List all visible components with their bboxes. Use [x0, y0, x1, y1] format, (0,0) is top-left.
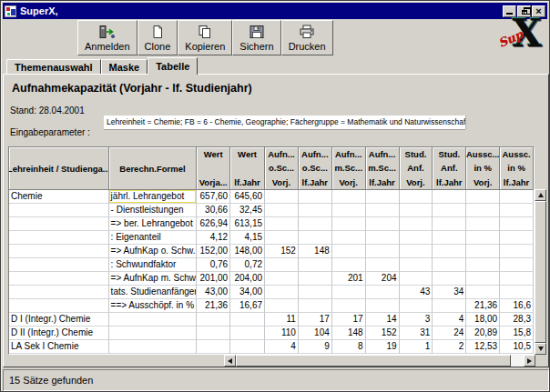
column-header[interactable]: Lehreinheit / Studienga...	[9, 147, 109, 190]
table-cell[interactable]	[9, 258, 109, 272]
table-cell[interactable]	[466, 190, 500, 204]
table-cell[interactable]: jährl. Lehrangebot	[109, 190, 198, 204]
table-cell[interactable]: LA Sek I Chemie	[9, 340, 109, 354]
table-cell[interactable]: 201	[332, 272, 366, 286]
table-cell[interactable]	[332, 217, 366, 231]
table-cell[interactable]	[433, 258, 466, 272]
table-cell[interactable]	[299, 286, 332, 299]
column-header[interactable]: Berechn.Formel	[109, 147, 198, 190]
table-cell[interactable]	[9, 245, 109, 258]
column-header[interactable]: Aufn...o.Sc...Vorj.	[265, 147, 299, 190]
table-cell[interactable]	[366, 231, 400, 245]
table-cell[interactable]	[500, 258, 534, 272]
table-cell[interactable]	[230, 313, 265, 327]
table-cell[interactable]: 19	[366, 340, 400, 354]
column-header[interactable]: Aussc.in %lf.Jahr	[500, 147, 534, 190]
table-cell[interactable]	[366, 245, 400, 258]
table-cell[interactable]	[109, 327, 198, 340]
table-cell[interactable]: D I (Integr.) Chemie	[9, 313, 109, 327]
table-cell[interactable]	[332, 258, 366, 272]
table-cell[interactable]: 645,60	[230, 190, 265, 204]
column-header[interactable]: Stud.Anf.Vorj.	[400, 147, 433, 190]
tab-tabelle[interactable]: Tabelle	[148, 57, 198, 75]
column-header[interactable]: Stud.Anf.lf.Jahr	[433, 147, 466, 190]
table-cell[interactable]	[299, 258, 332, 272]
column-header[interactable]: Aufn...m.Sc...Vorj.	[332, 147, 366, 190]
table-cell[interactable]	[433, 272, 466, 286]
table-cell[interactable]: 4,12	[197, 231, 230, 245]
table-cell[interactable]	[433, 204, 466, 217]
table-cell[interactable]	[299, 272, 332, 286]
vertical-scrollbar[interactable]	[535, 189, 546, 355]
column-header[interactable]: Wert lf.Jahr	[230, 147, 265, 190]
table-cell[interactable]	[265, 204, 299, 217]
table-cell[interactable]	[400, 258, 433, 272]
table-cell[interactable]	[466, 204, 500, 217]
table-cell[interactable]	[197, 313, 230, 327]
column-header[interactable]: Aufn...m.Sc...lf.Jahr	[366, 147, 400, 190]
column-header[interactable]: Wert Vorja...	[197, 147, 230, 190]
table-cell[interactable]	[265, 258, 299, 272]
table-cell[interactable]: 152,00	[197, 245, 230, 258]
table-cell[interactable]	[500, 204, 534, 217]
table-cell[interactable]	[230, 340, 265, 354]
table-cell[interactable]: 204,00	[230, 272, 265, 286]
table-cell[interactable]	[265, 217, 299, 231]
table-cell[interactable]: 148,00	[230, 245, 265, 258]
table-cell[interactable]: Chemie	[9, 190, 109, 204]
table-cell[interactable]: 28,3	[500, 313, 534, 327]
table-cell[interactable]	[332, 245, 366, 258]
table-cell[interactable]	[265, 272, 299, 286]
table-cell[interactable]	[9, 204, 109, 217]
table-cell[interactable]: 14	[366, 313, 400, 327]
table-cell[interactable]	[299, 204, 332, 217]
table-cell[interactable]	[332, 231, 366, 245]
table-cell[interactable]	[197, 340, 230, 354]
table-cell[interactable]	[265, 231, 299, 245]
table-cell[interactable]	[197, 327, 230, 340]
table-cell[interactable]: 152	[265, 245, 299, 258]
table-cell[interactable]	[400, 299, 433, 313]
table-cell[interactable]: D II (Integr.) Chemie	[9, 327, 109, 340]
table-cell[interactable]: 8	[332, 340, 366, 354]
table-cell[interactable]: 4	[265, 340, 299, 354]
table-cell[interactable]: 9	[299, 340, 332, 354]
table-cell[interactable]: 148	[299, 245, 332, 258]
table-cell[interactable]	[433, 245, 466, 258]
table-cell[interactable]	[466, 245, 500, 258]
table-cell[interactable]	[433, 190, 466, 204]
table-cell[interactable]	[332, 286, 366, 299]
table-cell[interactable]	[299, 217, 332, 231]
table-cell[interactable]	[299, 231, 332, 245]
table-cell[interactable]: - Dienstleistungen	[109, 204, 198, 217]
table-cell[interactable]: => AufnKap m. Schw.	[109, 272, 198, 286]
table-cell[interactable]	[366, 258, 400, 272]
table-cell[interactable]	[332, 204, 366, 217]
table-cell[interactable]	[400, 190, 433, 204]
table-cell[interactable]	[400, 245, 433, 258]
table-cell[interactable]	[109, 340, 198, 354]
table-cell[interactable]: : Eigenanteil	[109, 231, 198, 245]
table-cell[interactable]	[332, 190, 366, 204]
tab-themenauswahl[interactable]: Themenauswahl	[6, 59, 101, 74]
table-cell[interactable]	[265, 190, 299, 204]
table-cell[interactable]	[366, 299, 400, 313]
table-cell[interactable]: 12,53	[466, 340, 500, 354]
table-cell[interactable]	[500, 272, 534, 286]
sichern-button[interactable]: Sichern	[232, 20, 280, 55]
scroll-right-button[interactable]	[524, 355, 535, 367]
scroll-up-button[interactable]	[535, 189, 546, 201]
table-cell[interactable]	[265, 286, 299, 299]
table-cell[interactable]: 152	[366, 327, 400, 340]
table-cell[interactable]: 16,67	[230, 299, 265, 313]
table-cell[interactable]: 104	[299, 327, 332, 340]
vertical-scrollbar-thumb[interactable]	[535, 201, 546, 343]
table-cell[interactable]: 2	[433, 340, 466, 354]
table-cell[interactable]	[400, 272, 433, 286]
table-cell[interactable]: 21,36	[197, 299, 230, 313]
table-cell[interactable]	[400, 231, 433, 245]
table-cell[interactable]	[500, 245, 534, 258]
table-cell[interactable]: 11	[265, 313, 299, 327]
table-cell[interactable]	[433, 299, 466, 313]
table-cell[interactable]	[332, 299, 366, 313]
